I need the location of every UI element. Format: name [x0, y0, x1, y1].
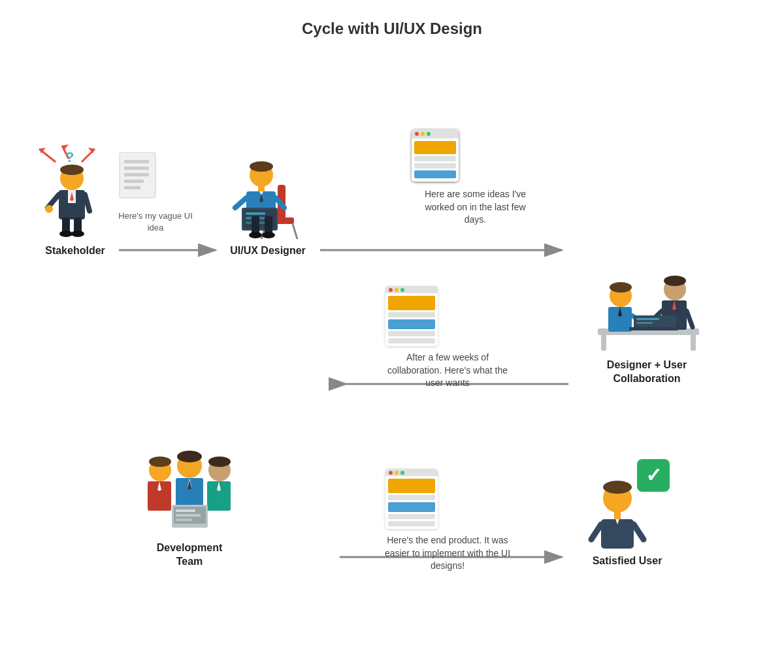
- devteam-figure: [133, 443, 247, 537]
- svg-rect-30: [124, 186, 140, 189]
- svg-rect-67: [629, 327, 678, 330]
- svg-rect-49: [265, 216, 272, 234]
- svg-rect-48: [252, 216, 259, 234]
- devteam-label: DevelopmentTeam: [157, 541, 222, 569]
- svg-rect-92: [614, 511, 621, 519]
- svg-rect-54: [691, 334, 696, 351]
- after-collab-callout: After a few weeks of collaboration. Here…: [385, 351, 510, 390]
- svg-point-50: [249, 232, 262, 238]
- vague-idea-text: Here's my vague UI idea: [116, 210, 195, 234]
- end-product-callout: Here's the end product. It was easier to…: [382, 534, 513, 573]
- svg-point-75: [177, 451, 202, 462]
- svg-rect-45: [246, 212, 265, 215]
- designer-label: UI/UX Designer: [230, 244, 306, 258]
- svg-point-19: [45, 205, 53, 213]
- svg-point-36: [250, 161, 273, 172]
- svg-rect-85: [176, 509, 195, 512]
- svg-rect-28: [124, 173, 149, 176]
- designer-figure: [225, 142, 310, 240]
- svg-point-56: [610, 282, 632, 293]
- svg-text:?: ?: [65, 149, 74, 165]
- ideas-callout: Here are some ideas I've worked on in th…: [415, 188, 536, 227]
- stakeholder-label: Stakeholder: [45, 244, 105, 258]
- collab-label: Designer + UserCollaboration: [607, 359, 687, 386]
- svg-point-71: [149, 456, 171, 467]
- svg-point-80: [208, 456, 231, 467]
- svg-rect-86: [176, 514, 201, 517]
- stakeholder-figure: ?: [36, 142, 114, 240]
- svg-rect-37: [258, 185, 265, 191]
- svg-point-51: [262, 232, 275, 238]
- diagram: ? Stakeholder: [0, 51, 784, 672]
- satuser-actor: ✓ Satisfied User: [575, 456, 679, 568]
- svg-rect-69: [636, 322, 653, 324]
- satuser-figure: ✓: [581, 456, 673, 551]
- designer-actor: UI/UX Designer: [216, 142, 320, 258]
- svg-rect-29: [124, 180, 144, 183]
- collab-figure: [585, 260, 709, 355]
- svg-line-34: [293, 224, 297, 239]
- svg-text:✓: ✓: [645, 464, 662, 486]
- svg-rect-27: [124, 167, 149, 170]
- satuser-label: Satisfied User: [593, 554, 662, 568]
- svg-rect-26: [124, 160, 149, 163]
- svg-rect-68: [636, 318, 659, 320]
- svg-point-14: [60, 165, 84, 175]
- svg-line-96: [634, 524, 644, 539]
- devteam-actor: DevelopmentTeam: [124, 443, 255, 569]
- svg-line-65: [687, 311, 693, 327]
- svg-rect-53: [601, 334, 606, 351]
- svg-point-61: [664, 276, 686, 286]
- svg-line-20: [85, 195, 90, 211]
- vague-idea-callout: Here's my vague UI idea: [116, 152, 195, 234]
- svg-point-24: [71, 231, 84, 237]
- svg-line-41: [235, 198, 246, 208]
- document-icon: [116, 152, 162, 208]
- stakeholder-actor: ? Stakeholder: [26, 142, 124, 258]
- svg-line-95: [591, 524, 601, 539]
- svg-point-91: [603, 481, 632, 494]
- svg-rect-87: [176, 519, 192, 521]
- collab-actor: Designer + UserCollaboration: [581, 260, 712, 386]
- svg-point-23: [59, 231, 73, 237]
- page-title: Cycle with UI/UX Design: [0, 0, 784, 38]
